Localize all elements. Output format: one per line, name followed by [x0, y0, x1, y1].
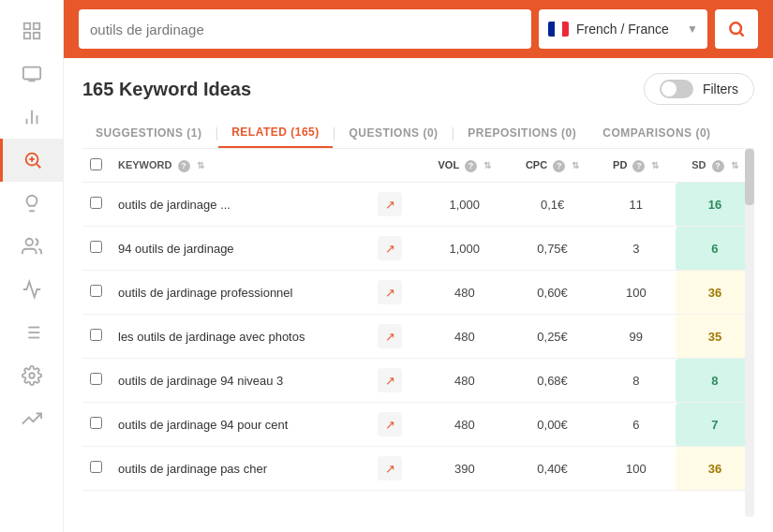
sidebar-item-wave[interactable]: [0, 268, 63, 311]
cpc-sort-icon[interactable]: ⇅: [572, 160, 579, 170]
sd-sort-icon[interactable]: ⇅: [731, 160, 738, 170]
row-cpc-6: 0,40€: [508, 447, 596, 491]
row-link-btn-6[interactable]: ↗: [378, 456, 402, 480]
keyword-info-icon[interactable]: ?: [178, 160, 190, 172]
row-keyword-1: 94 outils de jardinage: [111, 227, 370, 271]
table-row: outils de jardinage professionnel ↗ 480 …: [82, 271, 754, 315]
tab-related[interactable]: RELATED (165): [218, 118, 333, 148]
row-vol-4: 480: [421, 359, 508, 403]
row-keyword-4: outils de jardinage 94 niveau 3: [111, 359, 370, 403]
row-checkbox-cell: [82, 271, 111, 315]
row-checkbox-cell: [82, 403, 111, 447]
svg-line-21: [740, 33, 744, 37]
svg-point-12: [25, 239, 32, 245]
sidebar-item-dashboard[interactable]: [0, 9, 63, 52]
row-vol-3: 480: [421, 315, 508, 359]
row-link-btn-0[interactable]: ↗: [378, 192, 402, 216]
row-checkbox-5[interactable]: [90, 417, 102, 429]
row-keyword-0: outils de jardinage ...: [111, 183, 370, 227]
row-cpc-2: 0,60€: [508, 271, 596, 315]
search-button[interactable]: [715, 9, 758, 49]
chevron-down-icon: ▼: [687, 22, 698, 36]
row-pd-5: 6: [597, 403, 676, 447]
sidebar-item-keyword-research[interactable]: [0, 139, 63, 182]
sidebar-item-users[interactable]: [0, 225, 63, 268]
row-checkbox-cell: [82, 183, 111, 227]
row-pd-6: 100: [597, 447, 676, 491]
table-row: outils de jardinage ... ↗ 1,000 0,1€ 11 …: [82, 183, 754, 227]
tab-prepositions[interactable]: PREPOSITIONS (0): [454, 119, 589, 147]
sidebar-item-chart[interactable]: [0, 96, 63, 139]
row-vol-6: 390: [421, 447, 508, 491]
row-link-0: ↗: [370, 183, 421, 227]
row-link-btn-1[interactable]: ↗: [378, 236, 402, 260]
locale-selector[interactable]: French / France ▼: [539, 9, 707, 49]
scrollbar[interactable]: [745, 149, 754, 517]
row-checkbox-4[interactable]: [90, 373, 102, 385]
col-sd: SD ? ⇅: [676, 149, 754, 183]
row-pd-3: 99: [597, 315, 676, 359]
row-link-3: ↗: [370, 315, 421, 359]
row-cpc-3: 0,25€: [508, 315, 596, 359]
keyword-sort-icon[interactable]: ⇅: [197, 160, 204, 170]
row-checkbox-6[interactable]: [90, 461, 102, 473]
row-checkbox-0[interactable]: [90, 197, 102, 209]
tabs-bar: SUGGESTIONS (1) | RELATED (165) | QUESTI…: [82, 118, 754, 149]
row-checkbox-3[interactable]: [90, 329, 102, 341]
search-input[interactable]: outils de jardinage: [90, 22, 520, 37]
col-keyword: KEYWORD ? ⇅: [111, 149, 370, 183]
col-vol: VOL ? ⇅: [421, 149, 508, 183]
row-link-btn-2[interactable]: ↗: [378, 280, 402, 304]
row-pd-0: 11: [597, 183, 676, 227]
vol-sort-icon[interactable]: ⇅: [483, 160, 491, 170]
tab-suggestions[interactable]: SUGGESTIONS (1): [82, 119, 216, 147]
table-row: les outils de jardinage avec photos ↗ 48…: [82, 315, 754, 359]
flag-icon: [548, 22, 569, 37]
row-cpc-0: 0,1€: [508, 183, 596, 227]
row-vol-1: 1,000: [421, 227, 508, 271]
search-bar: outils de jardinage French / France ▼: [64, 0, 773, 58]
table-row: outils de jardinage 94 pour cent ↗ 480 0…: [82, 403, 754, 447]
filters-label: Filters: [703, 81, 738, 96]
pd-info-icon[interactable]: ?: [632, 160, 645, 172]
content-area: 165 Keyword Ideas Filters SUGGESTIONS (1…: [64, 58, 773, 532]
filters-toggle[interactable]: [660, 80, 693, 98]
cpc-info-icon[interactable]: ?: [553, 160, 565, 172]
row-keyword-5: outils de jardinage 94 pour cent: [111, 403, 370, 447]
tab-questions[interactable]: QUESTIONS (0): [335, 119, 451, 147]
vol-info-icon[interactable]: ?: [465, 160, 477, 172]
select-all-checkbox[interactable]: [90, 158, 102, 170]
row-link-6: ↗: [370, 447, 421, 491]
row-checkbox-2[interactable]: [90, 285, 102, 297]
row-link-btn-3[interactable]: ↗: [378, 324, 402, 348]
row-keyword-6: outils de jardinage pas cher: [111, 447, 370, 491]
sd-info-icon[interactable]: ?: [712, 160, 724, 172]
sidebar-item-monitor[interactable]: [0, 52, 63, 96]
sidebar-item-settings[interactable]: [0, 354, 63, 397]
row-checkbox-cell: [82, 315, 111, 359]
row-vol-5: 480: [421, 403, 508, 447]
row-sd-1: 6: [676, 227, 754, 271]
row-vol-0: 1,000: [421, 183, 508, 227]
keywords-table-wrap: KEYWORD ? ⇅ VOL ? ⇅ CPC ? ⇅: [82, 149, 754, 517]
row-link-2: ↗: [370, 271, 421, 315]
row-link-1: ↗: [370, 227, 421, 271]
tab-comparisons[interactable]: COMPARISONS (0): [589, 119, 723, 147]
row-checkbox-cell: [82, 227, 111, 271]
svg-rect-1: [33, 23, 38, 29]
svg-line-9: [37, 164, 40, 168]
filters-button[interactable]: Filters: [644, 73, 754, 105]
row-pd-4: 8: [597, 359, 676, 403]
row-sd-6: 36: [676, 447, 754, 491]
sidebar-item-lightbulb[interactable]: [0, 182, 63, 225]
row-link-btn-5[interactable]: ↗: [378, 412, 402, 436]
sidebar-item-list[interactable]: [0, 311, 63, 354]
row-sd-5: 7: [676, 403, 754, 447]
pd-sort-icon[interactable]: ⇅: [651, 160, 659, 170]
sidebar-item-graph[interactable]: [0, 397, 63, 440]
row-pd-1: 3: [597, 227, 676, 271]
scrollbar-thumb[interactable]: [745, 149, 754, 205]
row-checkbox-1[interactable]: [90, 241, 102, 253]
row-link-btn-4[interactable]: ↗: [378, 368, 402, 392]
table-row: 94 outils de jardinage ↗ 1,000 0,75€ 3 6: [82, 227, 754, 271]
